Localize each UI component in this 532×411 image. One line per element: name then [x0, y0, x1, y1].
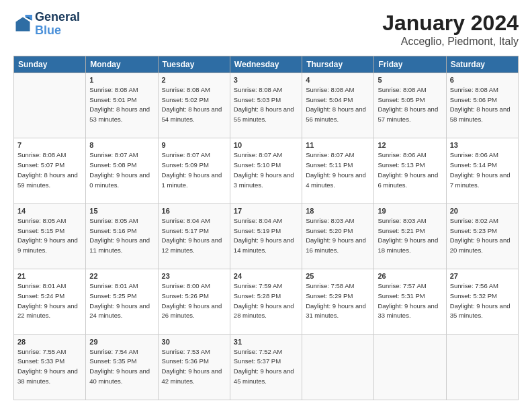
sunrise-text: Sunrise: 8:01 AM — [17, 282, 66, 289]
daylight-text: Daylight: 8 hours and 55 minutes. — [234, 105, 294, 123]
day-cell: 20Sunrise: 8:02 AMSunset: 5:23 PMDayligh… — [446, 203, 518, 269]
day-number: 10 — [234, 141, 298, 149]
sunrise-text: Sunrise: 8:08 AM — [162, 86, 210, 93]
weekday-header-saturday: Saturday — [446, 56, 518, 73]
day-cell: 15Sunrise: 8:05 AMSunset: 5:16 PMDayligh… — [86, 203, 158, 269]
sunrise-text: Sunrise: 7:56 AM — [450, 282, 498, 289]
sunrise-text: Sunrise: 8:08 AM — [306, 86, 354, 93]
sunset-text: Sunset: 5:31 PM — [378, 292, 425, 300]
daylight-text: Daylight: 9 hours and 14 minutes. — [234, 236, 294, 254]
day-info: Sunrise: 7:54 AMSunset: 5:35 PMDaylight:… — [89, 347, 154, 387]
day-number: 28 — [17, 338, 82, 346]
sunrise-text: Sunrise: 8:04 AM — [234, 217, 282, 224]
day-cell: 23Sunrise: 8:00 AMSunset: 5:26 PMDayligh… — [158, 269, 230, 334]
logo-line2: Blue — [35, 24, 80, 38]
sunrise-text: Sunrise: 7:58 AM — [306, 282, 354, 289]
day-cell: 6Sunrise: 8:08 AMSunset: 5:06 PMDaylight… — [446, 73, 518, 138]
sunrise-text: Sunrise: 8:08 AM — [89, 86, 138, 93]
sunrise-text: Sunrise: 8:07 AM — [234, 151, 282, 158]
sunrise-text: Sunrise: 7:55 AM — [17, 348, 66, 355]
day-number: 1 — [89, 76, 154, 84]
sunset-text: Sunset: 5:14 PM — [450, 161, 497, 169]
daylight-text: Daylight: 9 hours and 1 minute. — [162, 171, 222, 189]
day-number: 14 — [17, 207, 82, 215]
day-cell: 9Sunrise: 8:07 AMSunset: 5:09 PMDaylight… — [158, 138, 230, 203]
svg-marker-0 — [16, 17, 30, 31]
day-number: 26 — [378, 272, 442, 280]
day-cell — [302, 334, 374, 400]
day-info: Sunrise: 8:03 AMSunset: 5:20 PMDaylight:… — [306, 216, 370, 256]
day-info: Sunrise: 8:07 AMSunset: 5:08 PMDaylight:… — [89, 150, 154, 190]
day-number: 8 — [89, 141, 154, 149]
day-info: Sunrise: 8:02 AMSunset: 5:23 PMDaylight:… — [450, 216, 515, 256]
sunset-text: Sunset: 5:32 PM — [450, 292, 497, 300]
calendar-table: SundayMondayTuesdayWednesdayThursdayFrid… — [13, 56, 519, 400]
day-info: Sunrise: 7:59 AMSunset: 5:28 PMDaylight:… — [234, 281, 298, 321]
logo-icon — [13, 15, 32, 34]
daylight-text: Daylight: 9 hours and 9 minutes. — [17, 236, 78, 254]
day-number: 13 — [450, 141, 515, 149]
day-info: Sunrise: 7:57 AMSunset: 5:31 PMDaylight:… — [378, 281, 442, 321]
sunrise-text: Sunrise: 8:06 AM — [450, 151, 498, 158]
day-cell: 30Sunrise: 7:53 AMSunset: 5:36 PMDayligh… — [158, 334, 230, 400]
day-cell: 31Sunrise: 7:52 AMSunset: 5:37 PMDayligh… — [230, 334, 302, 400]
logo: General Blue — [13, 11, 80, 38]
day-info: Sunrise: 8:07 AMSunset: 5:10 PMDaylight:… — [234, 150, 298, 190]
day-info: Sunrise: 7:56 AMSunset: 5:32 PMDaylight:… — [450, 281, 515, 321]
sunset-text: Sunset: 5:07 PM — [17, 161, 64, 169]
week-row-0: 1Sunrise: 8:08 AMSunset: 5:01 PMDaylight… — [14, 73, 519, 138]
daylight-text: Daylight: 9 hours and 12 minutes. — [162, 236, 222, 254]
day-number: 24 — [234, 272, 298, 280]
header: General Blue January 2024 Acceglio, Pied… — [13, 11, 519, 48]
day-number: 29 — [89, 338, 154, 346]
sunset-text: Sunset: 5:23 PM — [450, 227, 497, 234]
day-info: Sunrise: 8:03 AMSunset: 5:21 PMDaylight:… — [378, 216, 442, 256]
day-info: Sunrise: 8:04 AMSunset: 5:19 PMDaylight:… — [234, 216, 298, 256]
daylight-text: Daylight: 8 hours and 54 minutes. — [162, 105, 222, 123]
sunset-text: Sunset: 5:01 PM — [89, 96, 136, 103]
day-number: 16 — [162, 207, 226, 215]
day-number: 4 — [306, 76, 370, 84]
day-cell — [374, 334, 446, 400]
day-number: 23 — [162, 272, 226, 280]
daylight-text: Daylight: 9 hours and 31 minutes. — [306, 302, 366, 320]
sunrise-text: Sunrise: 8:05 AM — [89, 217, 138, 224]
day-number: 25 — [306, 272, 370, 280]
daylight-text: Daylight: 9 hours and 11 minutes. — [89, 236, 150, 254]
sunset-text: Sunset: 5:35 PM — [89, 357, 136, 365]
daylight-text: Daylight: 8 hours and 58 minutes. — [450, 105, 511, 123]
sunrise-text: Sunrise: 8:06 AM — [378, 151, 426, 158]
day-number: 2 — [162, 76, 226, 84]
sunset-text: Sunset: 5:06 PM — [450, 96, 497, 103]
day-cell: 21Sunrise: 8:01 AMSunset: 5:24 PMDayligh… — [14, 269, 86, 334]
day-number: 21 — [17, 272, 82, 280]
daylight-text: Daylight: 9 hours and 4 minutes. — [306, 171, 366, 189]
day-number: 15 — [89, 207, 154, 215]
month-title: January 2024 — [382, 11, 519, 36]
sunrise-text: Sunrise: 8:08 AM — [378, 86, 426, 93]
day-number: 31 — [234, 338, 298, 346]
sunrise-text: Sunrise: 8:08 AM — [234, 86, 282, 93]
day-cell: 1Sunrise: 8:08 AMSunset: 5:01 PMDaylight… — [86, 73, 158, 138]
sunrise-text: Sunrise: 8:08 AM — [17, 151, 66, 158]
sunrise-text: Sunrise: 8:08 AM — [450, 86, 498, 93]
sunrise-text: Sunrise: 8:07 AM — [306, 151, 354, 158]
day-info: Sunrise: 8:08 AMSunset: 5:04 PMDaylight:… — [306, 85, 370, 125]
day-info: Sunrise: 8:08 AMSunset: 5:01 PMDaylight:… — [89, 85, 154, 125]
sunset-text: Sunset: 5:08 PM — [89, 161, 136, 169]
sunrise-text: Sunrise: 8:02 AM — [450, 217, 498, 224]
sunrise-text: Sunrise: 7:59 AM — [234, 282, 282, 289]
daylight-text: Daylight: 9 hours and 42 minutes. — [162, 367, 222, 385]
sunset-text: Sunset: 5:28 PM — [234, 292, 281, 300]
logo-text: General Blue — [35, 11, 80, 38]
sunrise-text: Sunrise: 7:54 AM — [89, 348, 138, 355]
day-number: 19 — [378, 207, 442, 215]
daylight-text: Daylight: 9 hours and 6 minutes. — [378, 171, 438, 189]
day-cell: 10Sunrise: 8:07 AMSunset: 5:10 PMDayligh… — [230, 138, 302, 203]
daylight-text: Daylight: 9 hours and 18 minutes. — [378, 236, 438, 254]
sunrise-text: Sunrise: 8:04 AM — [162, 217, 210, 224]
day-info: Sunrise: 8:07 AMSunset: 5:11 PMDaylight:… — [306, 150, 370, 190]
daylight-text: Daylight: 9 hours and 20 minutes. — [450, 236, 511, 254]
weekday-header-sunday: Sunday — [14, 56, 86, 73]
sunset-text: Sunset: 5:33 PM — [17, 357, 64, 365]
